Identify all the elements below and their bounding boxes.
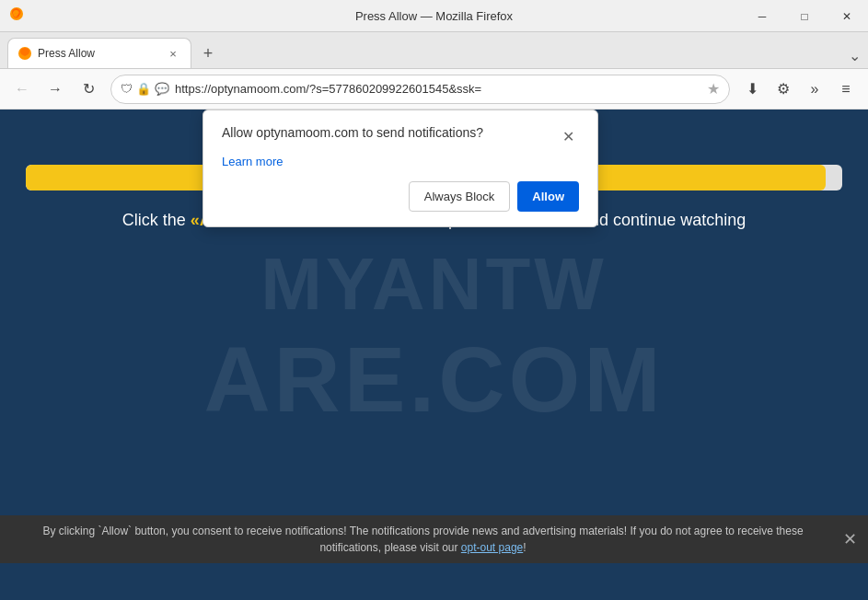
cta-prefix: Click the xyxy=(122,211,191,229)
window-controls: ─ □ ✕ xyxy=(741,0,868,31)
tab-bar: Press Allow × + ⌄ xyxy=(0,32,868,69)
menu-button[interactable]: ≡ xyxy=(831,75,861,104)
shield-icon: 🛡 xyxy=(121,82,133,96)
watermark-line2: ARE.COM xyxy=(203,326,664,432)
back-button[interactable]: ← xyxy=(7,75,37,104)
tab-favicon xyxy=(17,46,32,61)
minimize-button[interactable]: ─ xyxy=(741,0,783,32)
back-icon: ← xyxy=(15,81,29,98)
bottom-notification-bar: By clicking `Allow` button, you consent … xyxy=(0,515,868,563)
tab-title: Press Allow xyxy=(38,47,159,60)
popup-header: Allow optynamoom.com to send notificatio… xyxy=(222,125,579,147)
reload-icon: ↻ xyxy=(83,80,95,98)
tab-list-button[interactable]: ⌄ xyxy=(849,47,861,64)
opt-out-link[interactable]: opt-out page xyxy=(461,541,523,554)
url-text[interactable]: https://optynamoom.com/?s=57786020992260… xyxy=(175,82,701,96)
bottom-bar-text-before: By clicking `Allow` button, you consent … xyxy=(42,525,803,554)
menu-icon: ≡ xyxy=(841,81,850,98)
title-bar: Press Allow — Mozilla Firefox ─ □ ✕ xyxy=(0,0,868,32)
watermark-line1: MYANTW xyxy=(203,241,664,326)
pocket-icon: ⬇ xyxy=(746,80,758,98)
lock-icon: 🔒 xyxy=(136,82,151,96)
popup-actions: Always Block Allow xyxy=(222,181,579,212)
extensions-button[interactable]: ⚙ xyxy=(769,75,798,104)
reload-button[interactable]: ↻ xyxy=(74,75,103,104)
bookmark-icon[interactable]: ★ xyxy=(707,80,720,98)
toolbar: ← → ↻ 🛡 🔒 💬 https://optynamoom.com/?s=57… xyxy=(0,69,868,110)
overflow-icon: » xyxy=(811,81,819,98)
active-tab[interactable]: Press Allow × xyxy=(7,38,191,68)
new-tab-button[interactable]: + xyxy=(195,40,221,66)
forward-button[interactable]: → xyxy=(41,75,70,104)
extensions-icon: ⚙ xyxy=(777,80,790,98)
bottom-bar-close-button[interactable]: ✕ xyxy=(843,527,857,552)
learn-more-link[interactable]: Learn more xyxy=(222,155,579,168)
bottom-bar-text-after: ! xyxy=(523,541,526,554)
overflow-button[interactable]: » xyxy=(800,75,829,104)
firefox-logo xyxy=(9,6,24,25)
browser-content: MYANTW ARE.COM 98% Click the «Allow» but… xyxy=(0,110,868,563)
pocket-button[interactable]: ⬇ xyxy=(737,75,767,104)
maximize-button[interactable]: □ xyxy=(783,0,826,32)
popup-title: Allow optynamoom.com to send notificatio… xyxy=(222,125,483,140)
address-bar-icons: 🛡 🔒 💬 xyxy=(121,82,169,96)
tab-close-button[interactable]: × xyxy=(165,45,181,62)
toolbar-right-buttons: ⬇ ⚙ » ≡ xyxy=(737,75,861,104)
forward-icon: → xyxy=(48,81,63,98)
chat-icon: 💬 xyxy=(155,82,169,96)
window-title: Press Allow — Mozilla Firefox xyxy=(355,9,513,23)
always-block-button[interactable]: Always Block xyxy=(409,181,511,212)
notification-popup: Allow optynamoom.com to send notificatio… xyxy=(203,110,598,227)
address-bar[interactable]: 🛡 🔒 💬 https://optynamoom.com/?s=57786020… xyxy=(110,75,730,104)
allow-button[interactable]: Allow xyxy=(517,181,579,212)
watermark: MYANTW ARE.COM xyxy=(203,241,664,432)
popup-close-button[interactable]: ✕ xyxy=(557,125,579,147)
close-button[interactable]: ✕ xyxy=(826,0,868,32)
